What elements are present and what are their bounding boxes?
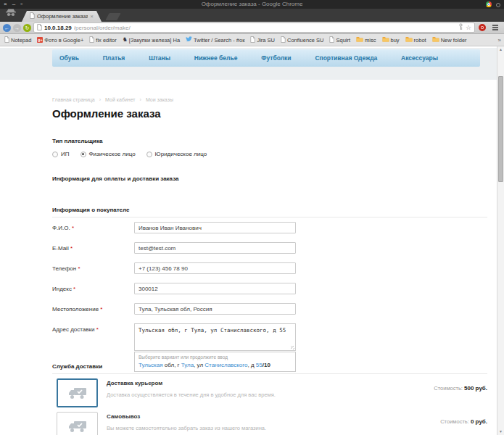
delivery-courier-description: Доставка осуществляется в течение дня в … bbox=[107, 392, 339, 398]
resize-grip-icon[interactable] bbox=[291, 346, 294, 349]
bookmark-confluence[interactable]: Confluence SU bbox=[281, 36, 323, 44]
vertical-scrollbar[interactable]: ▲ ▼ bbox=[497, 46, 504, 435]
nav-item-shoes[interactable]: Обувь bbox=[59, 54, 79, 62]
bookmark-folder-robot[interactable]: robot bbox=[405, 36, 426, 44]
bookmark-folder-misc[interactable]: misc bbox=[356, 36, 376, 44]
breadcrumb: Главная страница › Мой кабинет › Мои зак… bbox=[52, 97, 487, 102]
bookmarks-overflow-chevron[interactable]: » bbox=[498, 37, 501, 44]
folder-icon bbox=[432, 36, 439, 44]
radio-ip[interactable]: ИП bbox=[52, 151, 70, 157]
folder-icon bbox=[356, 36, 363, 44]
new-tab-button[interactable] bbox=[105, 13, 120, 20]
address-suggest-dropdown: Выберите вариант или продолжите ввод Тул… bbox=[134, 352, 296, 372]
bookmark-twitter[interactable]: Twitter / Search - #ок bbox=[186, 36, 244, 44]
fio-input[interactable] bbox=[134, 222, 296, 233]
delivery-pickup-title: Самовывоз bbox=[107, 412, 339, 420]
bookmark-zakupki[interactable]: ♞ [Закупки железа] На bbox=[123, 37, 180, 44]
page-icon bbox=[281, 36, 286, 44]
delivery-courier-title: Доставка курьером bbox=[107, 378, 339, 386]
radio-legal-entity[interactable]: Юридическое лицо bbox=[146, 151, 207, 157]
zip-input[interactable] bbox=[134, 283, 296, 294]
delivery-option-courier[interactable]: Доставка курьером Доставка осуществляетс… bbox=[52, 378, 487, 407]
url-path: /personal/order/make/ bbox=[74, 25, 456, 31]
bookmark-folder-buy[interactable]: buy bbox=[382, 36, 400, 44]
email-input[interactable] bbox=[134, 242, 296, 254]
address-textarea[interactable]: Тульская обл, г Тула, ул Станиславского,… bbox=[134, 323, 296, 351]
chrome-logo-icon bbox=[486, 1, 492, 7]
forward-button[interactable]: → bbox=[13, 24, 21, 32]
page-viewport: Обувь Платья Штаны Нижнее белье Футболки… bbox=[0, 46, 504, 435]
form-row-email: E-Mail * bbox=[52, 242, 487, 254]
breadcrumb-home[interactable]: Главная страница bbox=[52, 97, 95, 102]
folder-icon bbox=[405, 36, 413, 44]
suggest-item[interactable]: Тульская обл, г Тула, ул Станиславского,… bbox=[139, 362, 292, 368]
location-input[interactable] bbox=[134, 303, 296, 315]
section-divider bbox=[52, 373, 487, 374]
bookmark-folder-new[interactable]: New folder bbox=[432, 36, 467, 44]
scrollbar-up-arrow-icon[interactable]: ▲ bbox=[497, 46, 504, 53]
nav-item-sportswear[interactable]: Спортивная Одежда bbox=[315, 54, 377, 62]
address-bar[interactable]: 10.0.18.29/personal/order/make/ ☆ bbox=[33, 22, 475, 33]
bookmark-fix-editor[interactable]: fix editor bbox=[89, 36, 116, 44]
phone-input[interactable] bbox=[134, 262, 296, 274]
scrollbar-down-arrow-icon[interactable]: ▼ bbox=[497, 428, 504, 435]
bookmark-google-plus[interactable]: g+ Фото в Google+ bbox=[37, 37, 83, 44]
breadcrumb-cabinet[interactable]: Мой кабинет bbox=[105, 97, 135, 102]
delivery-courier-cost: Стоимость: 500 руб. bbox=[434, 378, 487, 392]
buyer-info-heading: Информация о покупателе bbox=[52, 207, 487, 213]
page-icon bbox=[4, 36, 9, 44]
form-row-fio: Ф.И.О. * bbox=[52, 222, 487, 233]
breadcrumb-separator: › bbox=[140, 97, 141, 102]
tab-strip: Оформление заказа × bbox=[0, 9, 504, 22]
nav-item-pants[interactable]: Штаны bbox=[149, 54, 170, 62]
window-titlebar: × – ▫ Оформление заказа - Google Chrome bbox=[0, 0, 504, 9]
window-title: Оформление заказа - Google Chrome bbox=[0, 0, 504, 9]
bookmark-star-icon[interactable]: ☆ bbox=[466, 24, 471, 31]
page-icon bbox=[89, 36, 94, 44]
knight-icon: ♞ bbox=[123, 37, 128, 43]
bookmark-jira[interactable]: Jira SU bbox=[250, 36, 275, 44]
form-row-address: Адрес доставки * Тульская обл, г Тула, у… bbox=[52, 323, 487, 351]
breadcrumb-orders[interactable]: Мои заказы bbox=[146, 97, 173, 102]
delivery-pickup-box[interactable] bbox=[57, 412, 98, 435]
scrollbar-thumb[interactable] bbox=[498, 76, 503, 182]
page-icon bbox=[250, 36, 255, 44]
twitter-icon bbox=[186, 36, 192, 44]
section-divider bbox=[52, 217, 487, 218]
payment-info-heading: Информация для оплаты и доставки заказа bbox=[52, 175, 487, 182]
truck-icon bbox=[68, 387, 87, 399]
radio-individual[interactable]: Физическое лицо bbox=[80, 151, 136, 157]
nav-item-accessories[interactable]: Аксессуары bbox=[401, 54, 438, 62]
form-row-location: Местоположение * bbox=[52, 303, 487, 315]
suggest-hint: Выберите вариант или продолжите ввод bbox=[139, 355, 292, 360]
bookmark-squirt[interactable]: Squirt bbox=[329, 36, 350, 44]
bookmarks-bar: Notepad g+ Фото в Google+ fix editor ♞ [… bbox=[0, 34, 504, 46]
form-row-phone: Телефон * bbox=[52, 262, 487, 274]
payer-type-label: Тип плательщика bbox=[52, 138, 487, 144]
folder-icon bbox=[382, 36, 389, 44]
form-row-zip: Индекс * bbox=[52, 283, 487, 294]
browser-window: × – ▫ Оформление заказа - Google Chrome … bbox=[0, 0, 504, 435]
extension-record-icon[interactable] bbox=[479, 24, 486, 31]
menu-icon[interactable] bbox=[492, 25, 498, 30]
reload-button[interactable]: ↻ bbox=[23, 24, 31, 32]
nav-item-tshirts[interactable]: Футболки bbox=[261, 54, 291, 62]
site-header: Обувь Платья Штаны Нижнее белье Футболки… bbox=[0, 48, 504, 80]
active-tab[interactable]: Оформление заказа × bbox=[22, 11, 102, 22]
key-icon[interactable] bbox=[458, 23, 463, 32]
page-icon bbox=[329, 36, 334, 44]
radio-circle-icon[interactable] bbox=[80, 152, 86, 157]
tab-close-button[interactable]: × bbox=[90, 13, 94, 20]
breadcrumb-separator: › bbox=[99, 97, 101, 102]
tab-favicon-page-icon bbox=[30, 12, 35, 20]
delivery-option-pickup[interactable]: Самовывоз Вы можете самостоятельно забра… bbox=[52, 412, 487, 435]
radio-circle-icon[interactable] bbox=[146, 152, 152, 157]
nav-item-underwear[interactable]: Нижнее белье bbox=[194, 54, 238, 62]
radio-circle-icon[interactable] bbox=[52, 152, 58, 157]
nav-item-dresses[interactable]: Платья bbox=[103, 54, 125, 62]
bookmark-notepad[interactable]: Notepad bbox=[4, 36, 31, 44]
back-button[interactable]: ← bbox=[3, 24, 11, 32]
url-host: 10.0.18.29 bbox=[44, 25, 72, 31]
delivery-courier-box[interactable] bbox=[57, 378, 98, 407]
truck-icon bbox=[68, 420, 87, 433]
